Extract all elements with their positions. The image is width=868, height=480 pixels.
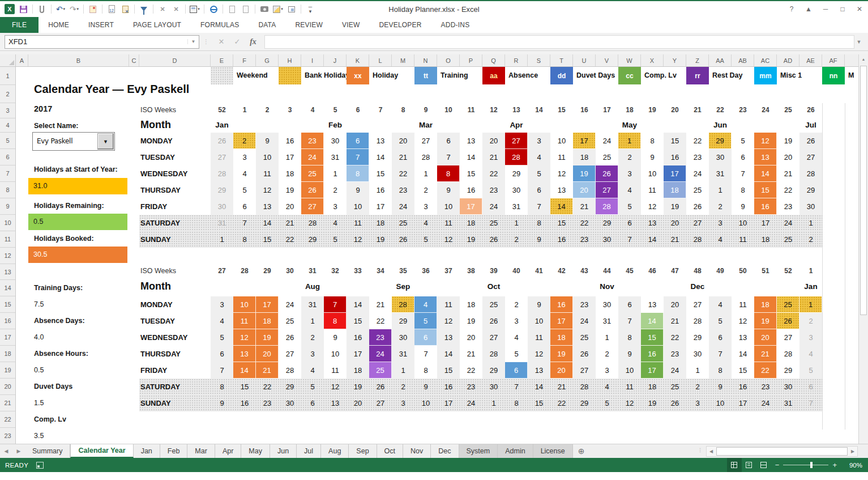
- date-cell[interactable]: 4: [505, 329, 528, 346]
- date-cell[interactable]: 11: [732, 231, 754, 248]
- iso-week-number[interactable]: 8: [392, 106, 414, 114]
- date-cell[interactable]: 6: [618, 296, 641, 313]
- date-cell[interactable]: 15: [528, 395, 550, 411]
- date-cell[interactable]: 3: [505, 313, 528, 329]
- tab-scroll-right-icon[interactable]: ▶: [12, 444, 25, 458]
- date-cell[interactable]: 9: [256, 133, 279, 149]
- date-cell[interactable]: 26: [301, 182, 324, 198]
- date-cell[interactable]: 1: [392, 362, 414, 379]
- date-cell[interactable]: 18: [573, 149, 596, 165]
- date-cell[interactable]: 15: [256, 231, 279, 248]
- date-cell[interactable]: 8: [414, 362, 437, 379]
- row-header-cell[interactable]: 20: [0, 379, 15, 395]
- date-cell[interactable]: 10: [324, 346, 347, 362]
- date-cell[interactable]: 17: [754, 215, 777, 231]
- date-cell[interactable]: 29: [301, 231, 324, 248]
- date-cell[interactable]: 13: [460, 133, 482, 149]
- iso-week-number[interactable]: 46: [641, 267, 664, 275]
- date-cell[interactable]: 11: [618, 379, 641, 395]
- iso-week-number[interactable]: 3: [279, 106, 301, 114]
- date-cell[interactable]: 5: [211, 329, 233, 346]
- date-cell[interactable]: 13: [641, 215, 664, 231]
- date-cell[interactable]: 21: [754, 346, 777, 362]
- date-cell[interactable]: 14: [347, 296, 369, 313]
- column-header-cell[interactable]: P: [460, 54, 482, 66]
- date-cell[interactable]: 30: [777, 379, 799, 395]
- date-cell[interactable]: 2: [414, 182, 437, 198]
- date-cell[interactable]: 25: [369, 362, 392, 379]
- date-cell[interactable]: 25: [482, 215, 505, 231]
- date-cell[interactable]: 10: [550, 133, 573, 149]
- column-header-cell[interactable]: G: [256, 54, 279, 66]
- date-cell[interactable]: 16: [664, 149, 686, 165]
- column-header-cell[interactable]: I: [301, 54, 324, 66]
- date-cell[interactable]: 9: [347, 182, 369, 198]
- date-cell[interactable]: 15: [369, 165, 392, 182]
- date-cell[interactable]: 1: [596, 329, 618, 346]
- sheet-tab-system[interactable]: System: [459, 444, 498, 458]
- ribbon-tab-data[interactable]: DATA: [249, 17, 285, 33]
- date-cell[interactable]: 9: [211, 395, 233, 411]
- date-cell[interactable]: 26: [482, 231, 505, 248]
- date-cell[interactable]: 6: [233, 198, 256, 215]
- date-cell[interactable]: 20: [573, 182, 596, 198]
- iso-week-number[interactable]: 9: [414, 106, 437, 114]
- date-cell[interactable]: 1: [324, 165, 347, 182]
- sheet-tab-nov[interactable]: Nov: [403, 444, 431, 458]
- date-cell[interactable]: 26: [573, 346, 596, 362]
- date-cell[interactable]: 26: [686, 198, 709, 215]
- date-cell[interactable]: 26: [777, 313, 799, 329]
- date-cell[interactable]: 17: [279, 149, 301, 165]
- column-header-cell[interactable]: Y: [664, 54, 686, 66]
- date-cell[interactable]: 24: [279, 296, 301, 313]
- date-cell[interactable]: 6: [347, 133, 369, 149]
- date-cell[interactable]: 2: [596, 346, 618, 362]
- date-cell[interactable]: 5: [528, 165, 550, 182]
- date-cell[interactable]: 30: [596, 296, 618, 313]
- date-cell[interactable]: 26: [369, 379, 392, 395]
- iso-week-number[interactable]: 37: [437, 267, 460, 275]
- date-cell[interactable]: 21: [573, 198, 596, 215]
- date-cell[interactable]: 21: [369, 296, 392, 313]
- date-cell[interactable]: 12: [256, 182, 279, 198]
- vertical-scroll-thumb[interactable]: [860, 66, 867, 315]
- date-cell[interactable]: 8: [641, 133, 664, 149]
- iso-week-number[interactable]: 23: [732, 106, 754, 114]
- date-cell[interactable]: 1: [414, 165, 437, 182]
- date-cell[interactable]: 19: [550, 346, 573, 362]
- iso-week-number[interactable]: 25: [777, 106, 799, 114]
- date-cell[interactable]: 19: [279, 182, 301, 198]
- ribbon-tab-review[interactable]: REVIEW: [285, 17, 332, 33]
- date-cell[interactable]: 21: [392, 149, 414, 165]
- row-header-cell[interactable]: 5: [0, 133, 15, 149]
- date-cell[interactable]: 3: [618, 165, 641, 182]
- column-header-cell[interactable]: Z: [686, 54, 709, 66]
- date-cell[interactable]: 22: [279, 231, 301, 248]
- date-cell[interactable]: 14: [460, 149, 482, 165]
- date-cell[interactable]: 27: [482, 329, 505, 346]
- date-cell[interactable]: 17: [256, 296, 279, 313]
- date-cell[interactable]: 13: [732, 329, 754, 346]
- date-cell[interactable]: 7: [414, 346, 437, 362]
- date-cell[interactable]: 27: [686, 215, 709, 231]
- date-cell[interactable]: 5: [596, 395, 618, 411]
- insert-function-icon[interactable]: fx: [245, 37, 261, 46]
- date-cell[interactable]: 20: [664, 296, 686, 313]
- date-cell[interactable]: 8: [211, 379, 233, 395]
- sheet-tab-dec[interactable]: Dec: [431, 444, 459, 458]
- date-cell[interactable]: 28: [686, 231, 709, 248]
- date-cell[interactable]: 4: [324, 215, 347, 231]
- date-cell[interactable]: 22: [482, 165, 505, 182]
- date-cell[interactable]: 16: [347, 329, 369, 346]
- ribbon-tab-formulas[interactable]: FORMULAS: [191, 17, 249, 33]
- date-cell[interactable]: 10: [256, 149, 279, 165]
- date-cell[interactable]: 10: [347, 198, 369, 215]
- date-cell[interactable]: 12: [550, 165, 573, 182]
- date-cell[interactable]: 28: [211, 165, 233, 182]
- iso-week-number[interactable]: 13: [505, 106, 528, 114]
- row-header-cell[interactable]: 13: [0, 264, 15, 280]
- date-cell[interactable]: 24: [369, 346, 392, 362]
- date-cell[interactable]: 2: [301, 329, 324, 346]
- sheet-tab-jul[interactable]: Jul: [297, 444, 321, 458]
- sheet-tab-mar[interactable]: Mar: [187, 444, 215, 458]
